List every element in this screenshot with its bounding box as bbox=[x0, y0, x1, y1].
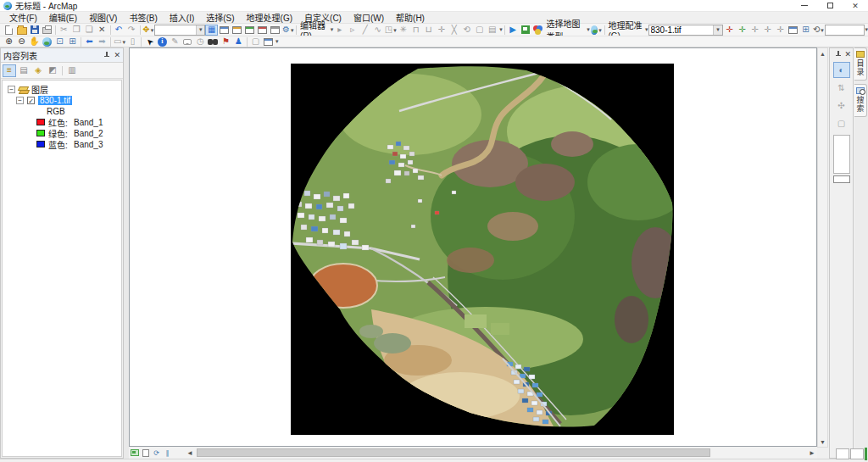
identify-button[interactable]: i bbox=[156, 36, 169, 47]
map-scale-combobox[interactable]: ▾ bbox=[154, 25, 205, 36]
zoom-out-button[interactable]: ⊖ bbox=[15, 36, 28, 47]
find-route-button[interactable]: ⚑ bbox=[220, 36, 232, 47]
menu-geoprocessing[interactable]: 地理处理(G) bbox=[241, 12, 298, 23]
straight-segment-tool-button[interactable]: ╱ bbox=[359, 25, 371, 36]
construction-tools-button[interactable]: ◳▾ bbox=[384, 25, 397, 36]
raster-layer-row[interactable]: − ✓ 830-1.tif bbox=[3, 95, 121, 105]
toolbox-window-button[interactable] bbox=[256, 25, 269, 36]
dock-swipe-button[interactable]: ◐ bbox=[833, 62, 850, 78]
georeferencing-layer-combobox[interactable]: ▾ bbox=[648, 25, 723, 36]
band-row-blue[interactable]: 蓝色: Band_3 bbox=[3, 139, 121, 149]
basemap-globe-button[interactable]: ▾ bbox=[590, 25, 603, 36]
toc-options-button[interactable]: ▥ bbox=[65, 64, 79, 77]
menu-help[interactable]: 帮助(H) bbox=[390, 12, 431, 23]
tab-search[interactable]: 搜索 bbox=[854, 84, 867, 117]
map-scale-input[interactable] bbox=[155, 25, 196, 35]
editor-overflow-icon[interactable]: ▾ bbox=[499, 26, 503, 33]
dock-extent-button[interactable]: ▢ bbox=[833, 115, 850, 131]
dock-close-icon[interactable]: ✕ bbox=[844, 50, 851, 58]
catalog-window-button[interactable] bbox=[231, 25, 243, 36]
run-button[interactable]: ▶ bbox=[507, 25, 520, 36]
menu-insert[interactable]: 插入(I) bbox=[164, 12, 200, 23]
full-extent-button[interactable] bbox=[41, 36, 53, 47]
fixed-zoom-in-button[interactable]: ⊡ bbox=[53, 36, 66, 47]
color-wheel-button[interactable] bbox=[532, 25, 545, 36]
scroll-left-icon[interactable]: ◄ bbox=[185, 448, 195, 458]
editor-toolbar-toggle-button[interactable]: ▦ bbox=[205, 25, 218, 36]
refresh-view-button[interactable]: ⟳ bbox=[151, 448, 162, 458]
open-button[interactable] bbox=[15, 25, 28, 36]
scrollbar-thumb[interactable] bbox=[197, 448, 710, 457]
modelbuilder-button[interactable]: ⚙▾ bbox=[281, 25, 294, 36]
select-features-button[interactable]: ▭▾ bbox=[113, 36, 126, 47]
list-by-drawing-order-button[interactable]: ≡ bbox=[3, 64, 16, 77]
rotate-tool-button[interactable]: ✛ bbox=[435, 25, 448, 36]
combo-arrow-icon[interactable]: ▾ bbox=[196, 25, 204, 35]
map-horizontal-scrollbar[interactable] bbox=[195, 448, 807, 458]
time-slider-button[interactable]: ▢ bbox=[249, 36, 262, 47]
edit-tool-button[interactable]: ▸ bbox=[333, 25, 346, 36]
find-button[interactable] bbox=[207, 36, 220, 47]
menu-bookmarks[interactable]: 书签(B) bbox=[123, 12, 163, 23]
pin-icon[interactable] bbox=[103, 52, 110, 59]
rotate-raster-button[interactable]: ⟲▾ bbox=[812, 25, 825, 36]
menu-selection[interactable]: 选择(S) bbox=[200, 12, 240, 23]
print-button[interactable] bbox=[41, 25, 53, 36]
menu-windows[interactable]: 窗口(W) bbox=[348, 12, 390, 23]
paste-button[interactable]: ❏ bbox=[83, 25, 96, 36]
raster-layer-label[interactable]: 830-1.tif bbox=[38, 96, 72, 105]
sketch-properties-button[interactable]: ▤ bbox=[486, 25, 498, 36]
delete-button[interactable]: ✕ bbox=[96, 25, 108, 36]
layers-root-label[interactable]: 图层 bbox=[31, 83, 48, 96]
zoom-to-link-button[interactable]: ✛ bbox=[761, 25, 774, 36]
band-row-green[interactable]: 绿色: Band_2 bbox=[3, 128, 121, 138]
undo-button[interactable]: ↶ bbox=[113, 25, 125, 36]
go-to-xy-button[interactable]: ♟ bbox=[232, 36, 245, 47]
collapse-icon[interactable]: − bbox=[8, 86, 15, 93]
copy-button[interactable]: ❐ bbox=[70, 25, 83, 36]
dock-layer-list[interactable] bbox=[833, 135, 850, 174]
dock-sort-button[interactable]: ⇅ bbox=[833, 80, 850, 96]
layer-visibility-checkbox[interactable]: ✓ bbox=[27, 97, 35, 104]
georeferencing-text-input[interactable] bbox=[826, 25, 864, 35]
toc-close-icon[interactable]: ✕ bbox=[114, 51, 120, 59]
georeferencing-layer-input[interactable] bbox=[649, 25, 714, 35]
tools-overflow-icon[interactable]: ▾ bbox=[275, 38, 279, 45]
data-view-button[interactable] bbox=[129, 448, 140, 458]
select-link-button[interactable]: ✛ bbox=[748, 25, 761, 36]
attributes-button[interactable]: ▢ bbox=[473, 25, 486, 36]
toolbar-overflow-icon[interactable]: ▾ bbox=[865, 26, 868, 33]
redo-button[interactable]: ↷ bbox=[125, 25, 138, 36]
autoregister-button[interactable]: ✛ bbox=[736, 25, 748, 36]
dock-link-button[interactable]: ✣ bbox=[833, 97, 850, 114]
combo-arrow-icon[interactable]: ▾ bbox=[713, 25, 722, 35]
list-by-source-button[interactable]: ▤ bbox=[17, 64, 31, 77]
tab-catalog[interactable]: 目录 bbox=[854, 47, 867, 81]
endpoint-arc-tool-button[interactable]: ∿ bbox=[371, 25, 384, 36]
cut-polygons-tool-button[interactable]: ⊓ bbox=[409, 25, 422, 36]
trim-tool-button[interactable]: ╳ bbox=[448, 25, 460, 36]
scroll-right-icon[interactable]: ► bbox=[807, 448, 817, 458]
go-back-extent-button[interactable]: ⬅ bbox=[83, 36, 96, 47]
measure-button[interactable]: ◷ bbox=[194, 36, 207, 47]
html-popup-button[interactable] bbox=[181, 36, 194, 47]
georeferencing-textbox[interactable] bbox=[825, 25, 865, 36]
undo-sketch-button[interactable]: ⟲ bbox=[460, 25, 473, 36]
split-tool-button[interactable]: ⊔ bbox=[422, 25, 435, 36]
zoom-in-button[interactable]: ⊕ bbox=[3, 36, 15, 47]
layout-view-button[interactable] bbox=[140, 448, 151, 458]
flag-button[interactable] bbox=[520, 25, 532, 36]
viewer-window-button[interactable] bbox=[262, 36, 275, 47]
go-forward-extent-button[interactable]: ➡ bbox=[96, 36, 108, 47]
search-window-button[interactable] bbox=[243, 25, 256, 36]
band-row-red[interactable]: 红色: Band_1 bbox=[3, 117, 121, 127]
scroll-up-icon[interactable]: ▲ bbox=[818, 48, 827, 58]
restore-button[interactable] bbox=[817, 0, 843, 12]
fixed-zoom-out-button[interactable]: ⊞ bbox=[66, 36, 79, 47]
raster-image[interactable] bbox=[291, 64, 674, 435]
link-table-button[interactable] bbox=[787, 25, 799, 36]
menu-edit[interactable]: 编辑(E) bbox=[43, 12, 83, 23]
cut-button[interactable]: ✂ bbox=[58, 25, 70, 36]
layers-root-row[interactable]: − 图层 bbox=[3, 84, 121, 94]
save-button[interactable] bbox=[28, 25, 41, 36]
